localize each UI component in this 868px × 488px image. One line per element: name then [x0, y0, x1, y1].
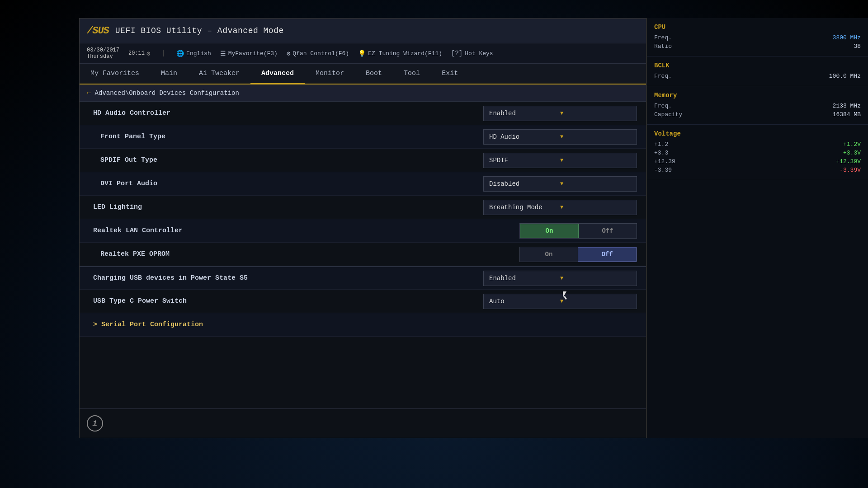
- dropdown-arrow-icon-3: ▼: [560, 157, 631, 164]
- settings-content: HD Audio Controller Enabled ▼ Front Pane…: [80, 102, 646, 337]
- memory-section-title: Memory: [654, 92, 861, 99]
- serial-port-label[interactable]: > Serial Port Configuration: [93, 321, 637, 328]
- asus-logo: /SUS: [87, 25, 109, 37]
- language-selector[interactable]: 🌐 English: [176, 50, 211, 57]
- tab-exit[interactable]: Exit: [431, 64, 469, 84]
- front-panel-type-dropdown[interactable]: HD Audio ▼: [483, 129, 637, 145]
- realtek-lan-on-btn[interactable]: On: [520, 224, 579, 238]
- setting-hd-audio-controller: HD Audio Controller Enabled ▼: [80, 102, 646, 125]
- cpu-section: CPU Freq. 3800 MHz Ratio 38: [647, 18, 868, 56]
- setting-charging-usb: Charging USB devices in Power State S5 E…: [80, 266, 646, 290]
- dropdown-arrow-icon: ▼: [560, 110, 631, 117]
- hd-audio-controller-label: HD Audio Controller: [93, 109, 483, 117]
- hotkeys-label: Hot Keys: [465, 50, 493, 57]
- tab-main[interactable]: Main: [150, 64, 188, 84]
- setting-spdif-out-type: SPDIF Out Type SPDIF ▼: [80, 149, 646, 172]
- fan-icon: ⚙: [287, 50, 290, 57]
- memory-cap-value: 16384 MB: [833, 111, 861, 118]
- tab-monitor-label: Monitor: [316, 70, 344, 77]
- cpu-freq-row: Freq. 3800 MHz: [654, 33, 861, 42]
- cpu-freq-value: 3800 MHz: [833, 34, 861, 41]
- spdif-out-type-value: SPDIF: [489, 157, 560, 164]
- setting-serial-port[interactable]: > Serial Port Configuration: [80, 313, 646, 337]
- realtek-pxe-toggle[interactable]: On Off: [519, 247, 637, 262]
- dvi-port-audio-dropdown[interactable]: Disabled ▼: [483, 176, 637, 192]
- usb-type-c-dropdown[interactable]: Auto ▼: [483, 294, 637, 309]
- realtek-pxe-on-btn[interactable]: On: [520, 247, 578, 262]
- setting-realtek-lan: Realtek LAN Controller On Off: [80, 219, 646, 243]
- right-panel: CPU Freq. 3800 MHz Ratio 38 BCLK Freq. 1…: [646, 18, 868, 438]
- hd-audio-controller-dropdown[interactable]: Enabled ▼: [483, 106, 637, 121]
- date-display: 03/30/2017 Thursday: [87, 47, 119, 60]
- led-lighting-label: LED Lighting: [93, 203, 483, 211]
- header-title: UEFI BIOS Utility – Advanced Mode: [115, 26, 284, 35]
- usb-type-c-label: USB Type C Power Switch: [93, 297, 483, 305]
- cpu-ratio-row: Ratio 38: [654, 42, 861, 51]
- voltage-neg-row: -3.39 -3.39V: [654, 166, 861, 174]
- breadcrumb[interactable]: ← Advanced\Onboard Devices Configuration: [80, 84, 646, 102]
- bios-window: /SUS UEFI BIOS Utility – Advanced Mode 0…: [79, 18, 646, 438]
- voltage-section: Voltage +1.2 +1.2V +3.3 +3.3V +12.39 +12…: [647, 125, 868, 180]
- myfavorite-btn[interactable]: ☰ MyFavorite(F3): [220, 50, 278, 57]
- bclk-freq-label: Freq.: [654, 73, 672, 80]
- language-label: English: [186, 50, 211, 57]
- setting-realtek-pxe: Realtek PXE OPROM On Off: [80, 243, 646, 266]
- wizard-icon: 💡: [358, 50, 366, 57]
- ez-tuning-btn[interactable]: 💡 EZ Tuning Wizard(F11): [358, 50, 442, 57]
- charging-usb-label: Charging USB devices in Power State S5: [93, 274, 483, 282]
- tab-tool[interactable]: Tool: [393, 64, 431, 84]
- info-icon: i: [87, 415, 103, 432]
- memory-section: Memory Freq. 2133 MHz Capacity 16384 MB: [647, 86, 868, 125]
- hd-audio-controller-value: Enabled: [489, 110, 560, 117]
- favorite-icon: ☰: [220, 50, 226, 57]
- date-text: 03/30/2017: [87, 47, 119, 53]
- dvi-port-audio-label: DVI Port Audio: [93, 180, 483, 188]
- tab-my-favorites[interactable]: My Favorites: [80, 64, 150, 84]
- dropdown-arrow-icon-7: ▼: [560, 298, 631, 305]
- front-panel-type-value: HD Audio: [489, 133, 560, 141]
- setting-led-lighting: LED Lighting Breathing Mode ▼: [80, 196, 646, 219]
- spdif-out-type-label: SPDIF Out Type: [93, 156, 483, 164]
- dropdown-arrow-icon-2: ▼: [560, 134, 631, 140]
- bclk-section-title: BCLK: [654, 62, 861, 69]
- info-bar: i: [80, 408, 646, 438]
- tab-monitor[interactable]: Monitor: [305, 64, 355, 84]
- realtek-lan-toggle[interactable]: On Off: [519, 223, 637, 239]
- dvi-port-audio-value: Disabled: [489, 180, 560, 188]
- charging-usb-dropdown[interactable]: Enabled ▼: [483, 271, 637, 286]
- setting-dvi-port-audio: DVI Port Audio Disabled ▼: [80, 172, 646, 196]
- nav-bar: My Favorites Main Ai Tweaker Advanced Mo…: [80, 64, 646, 84]
- memory-freq-label: Freq.: [654, 103, 672, 109]
- bclk-freq-value: 100.0 MHz: [829, 73, 861, 80]
- dropdown-arrow-icon-5: ▼: [560, 204, 631, 211]
- realtek-pxe-label: Realtek PXE OPROM: [93, 250, 519, 258]
- cpu-ratio-value: 38: [854, 43, 861, 50]
- voltage-cpu-row: +1.2 +1.2V: [654, 140, 861, 149]
- tab-main-label: Main: [161, 70, 177, 77]
- hotkeys-icon: [?]: [451, 50, 462, 57]
- time-block: 20:11 ⚙: [128, 50, 150, 57]
- back-arrow-icon[interactable]: ←: [87, 89, 91, 97]
- usb-type-c-value: Auto: [489, 298, 560, 305]
- settings-gear-icon[interactable]: ⚙: [146, 50, 150, 57]
- led-lighting-dropdown[interactable]: Breathing Mode ▼: [483, 200, 637, 215]
- day-text: Thursday: [87, 53, 113, 60]
- info-symbol: i: [93, 419, 98, 428]
- tab-ai-tweaker[interactable]: Ai Tweaker: [188, 64, 250, 84]
- globe-icon: 🌐: [176, 50, 184, 57]
- setting-usb-type-c: USB Type C Power Switch Auto ▼: [80, 290, 646, 313]
- voltage-33-row: +3.3 +3.3V: [654, 149, 861, 157]
- hotkeys-btn[interactable]: [?] Hot Keys: [451, 50, 493, 57]
- realtek-lan-label: Realtek LAN Controller: [93, 227, 519, 235]
- realtek-lan-off-btn[interactable]: Off: [579, 224, 637, 238]
- qfan-btn[interactable]: ⚙ Qfan Control(F6): [287, 50, 349, 57]
- voltage-33-value: +3.3V: [843, 150, 861, 156]
- tab-advanced[interactable]: Advanced: [250, 64, 305, 84]
- spdif-out-type-dropdown[interactable]: SPDIF ▼: [483, 153, 637, 168]
- ez-tuning-label: EZ Tuning Wizard(F11): [368, 50, 442, 57]
- tab-boot[interactable]: Boot: [355, 64, 393, 84]
- cpu-freq-label: Freq.: [654, 34, 672, 41]
- realtek-pxe-off-btn[interactable]: Off: [578, 247, 637, 262]
- bclk-section: BCLK Freq. 100.0 MHz: [647, 56, 868, 86]
- memory-cap-row: Capacity 16384 MB: [654, 110, 861, 119]
